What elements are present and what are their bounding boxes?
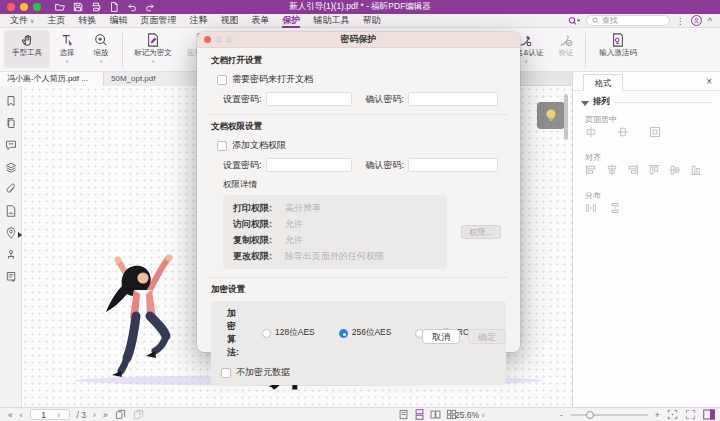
single-page-view-icon[interactable] (398, 409, 409, 420)
signature-panel-icon[interactable] (5, 249, 17, 261)
document-tab-1[interactable]: 冯小惠-个人简历.pdf ... (0, 72, 104, 86)
share-icon[interactable] (145, 2, 155, 12)
align-left-icon[interactable] (585, 164, 597, 176)
continuous-view-icon[interactable] (414, 409, 425, 420)
close-window-button[interactable] (7, 3, 15, 11)
center-horizontally-icon[interactable] (585, 126, 597, 138)
comments-icon[interactable] (5, 139, 17, 151)
open-file-icon[interactable] (55, 2, 65, 12)
zoom-tool-button[interactable]: 缩放∨ (84, 28, 118, 63)
zoom-slider[interactable] (570, 414, 648, 416)
menu-comment[interactable]: 注释 (189, 14, 207, 28)
mark-for-redaction-button[interactable]: 标记为密文∨ (127, 28, 179, 63)
more-options-icon[interactable]: ⋮ (676, 16, 685, 26)
tip-lightbulb-button[interactable] (537, 102, 565, 129)
verify-button: 验证 (551, 28, 581, 58)
menu-edit[interactable]: 编辑 (109, 14, 127, 28)
dialog-title-bar: 密码保护 (197, 32, 520, 48)
menu-page-management[interactable]: 页面管理 (140, 14, 176, 28)
distribute-vertically-icon[interactable] (609, 202, 621, 214)
align-center-icon[interactable] (606, 164, 618, 176)
zoom-level-dropdown[interactable]: 25.6% ∨ (455, 410, 486, 420)
zoom-in-icon (94, 33, 108, 47)
menu-convert[interactable]: 转换 (78, 14, 96, 28)
window-controls (7, 3, 41, 11)
ribbon-divider (122, 33, 123, 67)
layers-icon[interactable] (5, 161, 17, 173)
dialog-close-button[interactable] (204, 36, 211, 43)
require-open-password-checkbox[interactable] (217, 75, 227, 85)
distribute-horizontally-icon[interactable] (585, 202, 597, 214)
undo-icon[interactable] (127, 2, 137, 12)
menu-protect[interactable]: 保护 (282, 14, 300, 28)
menu-view[interactable]: 视图 (220, 14, 238, 28)
perm-set-password-label: 设置密码: (223, 159, 262, 172)
facing-view-icon[interactable] (430, 409, 441, 420)
save-icon[interactable] (73, 2, 83, 12)
search-input[interactable]: 查找 (586, 15, 670, 26)
radio-128-aes[interactable]: 128位AES (262, 327, 315, 339)
navigation-sidebar (0, 86, 22, 407)
fullscreen-icon[interactable] (685, 409, 696, 420)
align-middle-icon[interactable] (669, 164, 681, 176)
tab-format[interactable]: 格式 (583, 74, 623, 91)
cancel-button[interactable]: 取消 (422, 329, 460, 344)
align-bottom-icon[interactable] (690, 164, 702, 176)
document-icon[interactable] (5, 205, 17, 217)
previous-page-button[interactable]: ‹ (20, 410, 23, 420)
page-number-input[interactable] (31, 410, 57, 420)
fit-page-icon[interactable] (667, 409, 678, 420)
select-tool-button[interactable]: 选择∨ (50, 28, 84, 63)
perm-set-password-input[interactable] (266, 158, 352, 172)
menu-form[interactable]: 表单 (251, 14, 269, 28)
previous-view-icon[interactable] (115, 409, 126, 420)
enter-activation-code-button[interactable]: 输入激活码 (590, 28, 646, 58)
open-confirm-password-input[interactable] (408, 92, 498, 106)
destinations-icon[interactable] (5, 227, 17, 239)
new-document-icon[interactable] (109, 2, 119, 12)
next-page-button[interactable]: › (93, 410, 96, 420)
open-set-password-input[interactable] (266, 92, 352, 106)
zoom-in-button[interactable]: + (655, 410, 660, 420)
zoom-window-button[interactable] (33, 3, 41, 11)
access-permission-row: 访问权限:允许 (233, 216, 437, 232)
password-protection-dialog: 密码保护 文档打开设置 需要密码来打开文档 设置密码: 确认密码: (197, 32, 520, 352)
attachments-icon[interactable] (5, 183, 17, 195)
page-dropdown-caret-icon[interactable]: ∨ (57, 411, 61, 418)
zoom-tool-dropdown-icon[interactable] (568, 16, 580, 26)
collapse-ribbon-icon[interactable]: ^ (708, 16, 712, 26)
open-set-password-label: 设置密码: (223, 93, 262, 106)
center-vertically-icon[interactable] (617, 126, 629, 138)
hand-tool-button[interactable]: 手型工具 (4, 30, 50, 68)
add-permissions-checkbox[interactable] (217, 141, 227, 151)
toggle-panel-icon[interactable] (703, 409, 715, 420)
permissions-button: 权限... (461, 225, 501, 239)
align-right-icon[interactable] (627, 164, 639, 176)
minimize-window-button[interactable] (20, 3, 28, 11)
ribbon-divider (585, 33, 586, 67)
bookmarks-icon[interactable] (5, 95, 17, 107)
align-top-icon[interactable] (648, 164, 660, 176)
pages-icon[interactable] (5, 117, 17, 129)
document-tab-2[interactable]: 50M_opt.pdf (104, 72, 208, 86)
last-page-button[interactable]: » (103, 410, 108, 420)
require-open-password-label: 需要密码来打开文档 (232, 73, 313, 86)
zoom-out-button[interactable]: - (560, 410, 563, 420)
menu-help[interactable]: 帮助 (362, 14, 380, 28)
print-icon[interactable] (91, 2, 101, 12)
first-page-button[interactable]: « (8, 410, 13, 420)
close-icon[interactable]: × (706, 76, 712, 87)
form-fields-icon[interactable] (5, 271, 17, 283)
center-both-icon[interactable] (649, 126, 661, 138)
account-avatar[interactable] (691, 15, 702, 26)
perm-confirm-password-input[interactable] (408, 158, 498, 172)
change-permission-row: 更改权限:除导出页面外的任何权限 (233, 248, 437, 264)
no-metadata-encrypt-checkbox[interactable] (221, 368, 231, 378)
arrange-section-header[interactable]: 排列 (581, 96, 713, 108)
zoom-slider-knob[interactable] (586, 411, 594, 419)
menu-file[interactable]: 文件∨ (10, 14, 34, 28)
radio-256-aes[interactable]: 256位AES (339, 327, 392, 339)
canvas-vertical-scrollbar[interactable] (564, 94, 568, 140)
menu-home[interactable]: 主页 (47, 14, 65, 28)
menu-accessibility[interactable]: 辅助工具 (313, 14, 349, 28)
